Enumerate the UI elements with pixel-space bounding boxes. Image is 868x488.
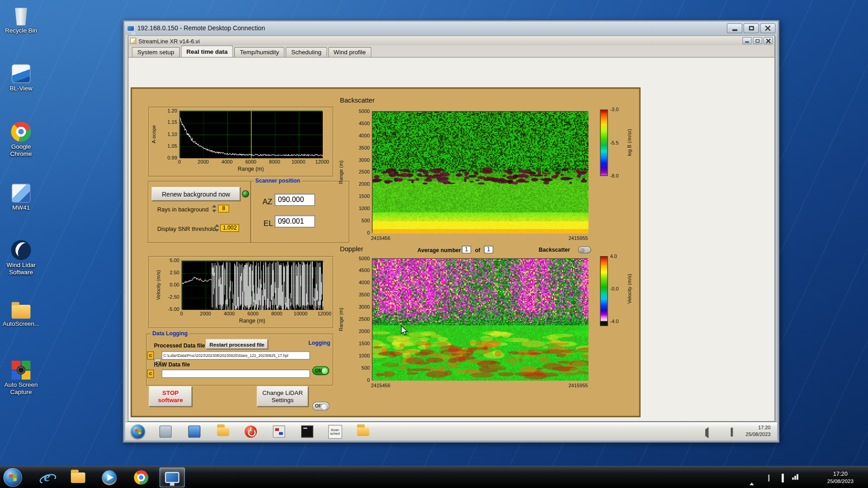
change-lidar-settings-button[interactable]: Change LiDAR Settings: [257, 386, 308, 407]
velocity-x-ticks: 020004000600080001000012000: [174, 311, 332, 316]
doppler-heatmap[interactable]: [372, 258, 588, 380]
taskbar-file-explorer[interactable]: [65, 468, 90, 488]
restart-processed-file-button[interactable]: Restart processed file: [206, 339, 268, 349]
desktop-icon-bl-view[interactable]: BL-View: [0, 60, 42, 92]
az-value-field[interactable]: 090.000: [274, 194, 315, 206]
tab-system-setup[interactable]: System setup: [132, 47, 179, 57]
tab-scheduling[interactable]: Scheduling: [286, 47, 327, 57]
desktop-icon-mw41[interactable]: MW41: [0, 179, 42, 211]
average-of-value[interactable]: 1: [484, 246, 493, 253]
taskbar-rdp-active[interactable]: [160, 468, 185, 488]
tick-label: 500: [362, 218, 370, 223]
settings-button-line1: Change LiDAR: [262, 389, 303, 396]
chrome-icon: [11, 122, 31, 141]
remote-taskbar-icon-scan-sched[interactable]: Scan sched: [328, 424, 342, 439]
decrement-icon[interactable]: [214, 229, 219, 232]
app-close-button[interactable]: [764, 37, 773, 44]
stop-software-button[interactable]: STOP software: [149, 386, 192, 407]
wind-lidar-icon: [11, 240, 31, 260]
ascope-x-ticks: 020004000600080001000012000: [172, 160, 330, 165]
increment-icon[interactable]: [214, 224, 219, 227]
taskbar-chrome[interactable]: [128, 468, 154, 488]
tab-temp-humidity[interactable]: Temp/humidity: [234, 47, 284, 57]
rdp-titlebar[interactable]: 192.168.0.150 - Remote Desktop Connectio…: [125, 22, 778, 35]
taskbar-media-player[interactable]: [96, 468, 122, 488]
velocity-graph[interactable]: [182, 261, 323, 310]
console-icon: [301, 426, 313, 438]
taskbar-internet-explorer[interactable]: e: [34, 468, 60, 488]
rdp-close-button[interactable]: [760, 23, 775, 33]
remote-taskbar-icon-shutdown[interactable]: [244, 424, 258, 439]
tick-label: 8000: [267, 160, 282, 165]
processed-logging-toggle[interactable]: ON: [312, 366, 330, 375]
average-number-value[interactable]: 1: [462, 246, 471, 253]
rays-spinner[interactable]: [212, 205, 217, 212]
backscatter-toggle[interactable]: [578, 246, 591, 253]
app-window-title: StreamLine XR v14-6.vi: [138, 38, 200, 44]
remote-taskbar-icon-console[interactable]: [300, 424, 315, 439]
tray-flag-icon-button[interactable]: [769, 475, 769, 482]
remote-taskbar-icon-2[interactable]: [187, 424, 202, 439]
ascope-graph[interactable]: [179, 111, 322, 158]
tab-real-time-data[interactable]: Real time data: [181, 45, 233, 57]
desktop-icon-google-chrome[interactable]: Google Chrome: [0, 118, 42, 158]
snr-spinner[interactable]: [214, 224, 219, 232]
remote-start-button[interactable]: [131, 424, 145, 439]
backscatter-x-end: 2415955: [549, 236, 588, 241]
rdp-client-area: StreamLine XR v14-6.vi System setup Real…: [125, 35, 777, 441]
show-hidden-icons-button[interactable]: [750, 476, 754, 483]
tray-network-icon-button[interactable]: [792, 474, 798, 479]
increment-icon[interactable]: [212, 205, 216, 207]
bl-view-icon: [12, 64, 31, 83]
decrement-icon[interactable]: [212, 210, 216, 212]
renew-background-button[interactable]: Renew background now: [152, 187, 241, 201]
app-titlebar[interactable]: StreamLine XR v14-6.vi: [128, 36, 774, 46]
desktop-icon-autoscreen[interactable]: AutoScreen...: [0, 296, 42, 328]
rdp-maximize-button[interactable]: [743, 23, 759, 33]
desktop-icon-wind-lidar[interactable]: Wind Lidar Software: [0, 237, 42, 276]
processed-drive-box[interactable]: C: [147, 352, 154, 360]
desktop-icon-label: Recycle Bin: [0, 27, 42, 34]
remote-taskbar-icon-1[interactable]: [158, 424, 173, 439]
remote-taskbar-icon-folder[interactable]: [356, 424, 370, 439]
remote-clock-time: 17:20: [726, 424, 771, 431]
rdp-minimize-button[interactable]: [727, 23, 742, 33]
app-minimize-button[interactable]: [742, 37, 752, 44]
doppler-y-axis-label: Range (m): [338, 307, 344, 331]
stop-button-line2: software: [158, 396, 183, 404]
remote-clock-date: 25/08/2023: [726, 431, 771, 438]
snr-threshold-value[interactable]: 1.002: [220, 224, 239, 232]
raw-logging-toggle[interactable]: OFF: [312, 402, 330, 411]
remote-taskbar-icon-3[interactable]: [216, 424, 231, 439]
tick-label: 2500: [359, 316, 370, 322]
taskbar-clock[interactable]: 17:20 25/08/2023: [816, 470, 865, 485]
tick-label: 4000: [359, 133, 370, 138]
tab-wind-profile[interactable]: Wind profile: [328, 47, 372, 57]
remote-hidden-icons-button[interactable]: [705, 429, 708, 436]
rays-in-background-label: Rays in background: [157, 206, 209, 213]
tray-display-icon-button[interactable]: [782, 475, 784, 482]
scan-sched-icon: Scan sched: [328, 425, 342, 439]
folder-icon: [12, 305, 31, 319]
backscatter-y-ticks: 5000450040003500300025002000150010005000: [350, 108, 370, 236]
raw-path-field[interactable]: [162, 370, 310, 378]
el-value-field[interactable]: 090.001: [274, 215, 315, 227]
raw-drive-box[interactable]: C: [147, 370, 154, 378]
desktop-icon-auto-screen-capture[interactable]: Auto Screen Capture: [0, 357, 42, 396]
tick-label: -4.0: [610, 319, 618, 324]
remote-clock[interactable]: 17:20 25/08/2023: [726, 424, 771, 437]
processed-path-field[interactable]: C:\Lidar\Data\Proc\2023\202308\20230825\…: [162, 352, 310, 360]
xr-app-icon: [273, 426, 285, 438]
off-label: OFF: [315, 404, 325, 409]
flag-icon: [769, 475, 769, 482]
start-button[interactable]: [3, 468, 22, 487]
app-restore-button[interactable]: [753, 37, 762, 44]
remote-taskbar-icon-xr[interactable]: [272, 424, 286, 439]
backscatter-heatmap[interactable]: [372, 111, 588, 233]
windows-flag-icon: [135, 428, 141, 435]
tick-label: 1.05: [167, 143, 177, 149]
desktop-icon-recycle-bin[interactable]: Recycle Bin: [0, 2, 42, 34]
recycle-bin-icon: [14, 8, 28, 25]
arrow-left-icon: [705, 427, 708, 438]
rays-in-background-value[interactable]: 8: [218, 205, 229, 212]
